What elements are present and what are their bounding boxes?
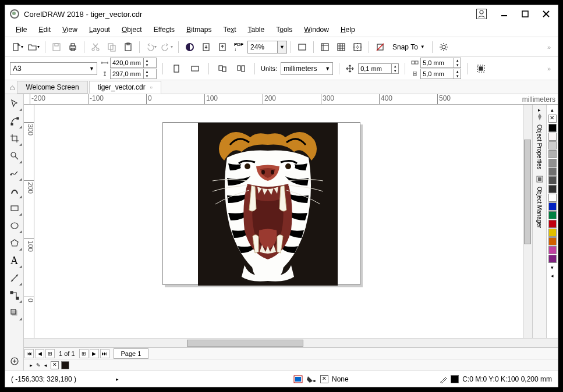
color-swatch[interactable] <box>548 194 557 202</box>
menu-text[interactable]: Text <box>218 24 240 35</box>
toolbar-overflow-icon[interactable]: » <box>547 44 551 51</box>
portrait-button[interactable] <box>169 61 184 76</box>
palette-up-icon[interactable]: ▴ <box>550 106 555 114</box>
color-swatch[interactable] <box>548 176 557 184</box>
docpalette-swatch[interactable] <box>61 361 69 369</box>
vertical-scrollbar[interactable] <box>523 105 532 338</box>
color-swatch[interactable] <box>548 124 557 132</box>
coords-flyout-icon[interactable]: ▸ <box>116 376 119 382</box>
color-swatch[interactable] <box>548 229 557 237</box>
tab-welcome[interactable]: Welcome Screen <box>17 81 87 94</box>
vertical-ruler[interactable]: 3002001000 <box>24 105 34 338</box>
outline-swatch[interactable] <box>451 375 459 383</box>
color-swatch[interactable] <box>548 255 557 263</box>
prev-page-button[interactable]: ◀ <box>35 349 44 358</box>
all-pages-button[interactable] <box>215 61 230 76</box>
menu-object[interactable]: Object <box>117 24 147 35</box>
color-proof-icon[interactable] <box>293 375 303 383</box>
palette-down-icon[interactable]: ▾ <box>550 263 555 272</box>
menu-bitmaps[interactable]: Bitmaps <box>182 24 216 35</box>
artistic-media-tool[interactable]: ◢ <box>6 183 23 199</box>
add-page-after-button[interactable]: ⊞ <box>79 349 88 358</box>
pen-outline-icon[interactable] <box>439 375 447 383</box>
page-size-select[interactable]: A3▼ <box>10 62 97 75</box>
rectangle-tool[interactable]: ◢ <box>6 200 23 216</box>
zoom-dropdown-arrow[interactable]: ▼ <box>277 41 286 53</box>
horizontal-ruler[interactable]: -200-1000100200300400500 millimeters <box>24 94 558 105</box>
nudge-input[interactable]: ▲▼ <box>358 63 399 74</box>
zoom-field[interactable] <box>248 41 277 53</box>
color-swatch[interactable] <box>548 159 557 167</box>
tab-close-icon[interactable]: ▫ <box>150 83 153 91</box>
duplicate-x-input[interactable]: ▲▼ <box>420 58 461 68</box>
color-swatch[interactable] <box>548 185 557 193</box>
freehand-tool[interactable]: ◢ <box>6 165 23 181</box>
tab-document[interactable]: tiger_vector.cdr▫ <box>89 81 161 94</box>
maximize-button[interactable] <box>518 7 532 21</box>
effects-tool[interactable]: ◢ <box>6 305 23 321</box>
ellipse-tool[interactable]: ◢ <box>6 218 23 234</box>
publish-pdf-button[interactable]: PDF↓ <box>231 40 246 55</box>
new-button[interactable]: ▾ <box>10 40 25 55</box>
copy-button[interactable] <box>104 40 119 55</box>
docpalette-menu-icon[interactable]: ▸ <box>29 361 34 369</box>
docpalette-none[interactable]: ✕ <box>51 361 59 369</box>
menu-layout[interactable]: Layout <box>84 24 115 35</box>
import-button[interactable] <box>199 40 214 55</box>
color-swatch[interactable] <box>548 237 557 245</box>
export-button[interactable] <box>215 40 230 55</box>
menu-table[interactable]: Table <box>243 24 270 35</box>
treat-as-filled-button[interactable] <box>473 61 488 76</box>
paste-button[interactable] <box>121 40 136 55</box>
color-swatch[interactable] <box>548 246 557 254</box>
docker-expand-icon[interactable]: ▸ <box>538 107 541 113</box>
options-button[interactable] <box>436 40 451 55</box>
save-button[interactable] <box>49 40 64 55</box>
docker-object-manager[interactable]: Object Manager <box>535 183 544 231</box>
crop-tool[interactable]: ◢ <box>6 130 23 147</box>
swatch-none[interactable] <box>548 115 557 123</box>
drawing-canvas[interactable] <box>34 105 523 338</box>
docpalette-left-icon[interactable]: ◂ <box>43 361 48 369</box>
minimize-button[interactable] <box>497 7 511 21</box>
open-button[interactable]: ▾ <box>26 40 41 55</box>
color-swatch[interactable] <box>548 211 557 219</box>
cut-button[interactable] <box>88 40 103 55</box>
snap-off-button[interactable] <box>373 40 388 55</box>
connector-tool[interactable]: ◢ <box>6 287 23 304</box>
color-styles-icon[interactable] <box>536 113 544 121</box>
polygon-tool[interactable]: ◢ <box>6 235 23 251</box>
zoom-level-input[interactable]: ▼ <box>247 41 287 54</box>
pick-tool[interactable]: ◢ <box>6 95 23 112</box>
dimension-tool[interactable]: ◢ <box>6 270 23 286</box>
menu-file[interactable]: File <box>11 24 31 35</box>
propbar-overflow-icon[interactable]: » <box>547 65 551 72</box>
redo-button[interactable]: ▾ <box>160 40 175 55</box>
quick-customize-button[interactable] <box>6 353 23 369</box>
color-swatch[interactable] <box>548 168 557 176</box>
artwork-tiger[interactable] <box>198 123 338 286</box>
show-rulers-button[interactable] <box>317 40 332 55</box>
current-page-button[interactable] <box>233 61 249 76</box>
account-icon[interactable] <box>476 9 487 19</box>
color-swatch[interactable] <box>548 133 557 141</box>
duplicate-y-input[interactable]: ▲▼ <box>420 69 461 79</box>
first-page-button[interactable]: ⏮ <box>24 349 34 358</box>
menu-help[interactable]: Help <box>336 24 360 35</box>
color-swatch[interactable] <box>548 220 557 228</box>
fill-swatch-none[interactable] <box>320 375 328 383</box>
color-swatch[interactable] <box>548 202 557 211</box>
show-guidelines-button[interactable] <box>350 40 365 55</box>
print-button[interactable] <box>65 40 80 55</box>
color-swatch[interactable] <box>548 141 557 149</box>
page-width-input[interactable]: ▲▼ <box>110 58 157 68</box>
close-button[interactable] <box>539 7 553 21</box>
menu-tools[interactable]: Tools <box>271 24 297 35</box>
page-height-input[interactable]: ▲▼ <box>110 69 157 79</box>
menu-effects[interactable]: Effects <box>149 24 179 35</box>
fill-icon[interactable] <box>306 375 317 383</box>
menu-view[interactable]: View <box>58 24 82 35</box>
zoom-tool[interactable]: ◢ <box>6 148 23 164</box>
eyedropper-icon[interactable]: ✎ <box>36 362 41 368</box>
add-page-before-button[interactable]: ⊞ <box>45 349 55 358</box>
